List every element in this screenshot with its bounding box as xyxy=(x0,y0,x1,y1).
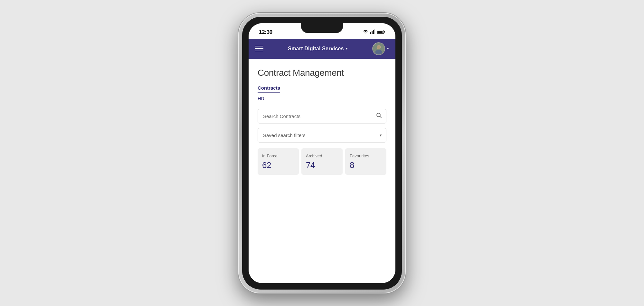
search-input[interactable] xyxy=(258,109,386,123)
svg-line-12 xyxy=(380,116,382,118)
stat-value-in-force: 62 xyxy=(262,160,294,170)
stat-value-favourites: 8 xyxy=(350,160,382,170)
svg-point-9 xyxy=(375,50,382,54)
phone-bezel: 12:30 xyxy=(242,17,402,290)
nav-title: Smart Digital Services xyxy=(288,46,344,52)
svg-rect-3 xyxy=(374,29,375,34)
svg-rect-5 xyxy=(377,31,383,33)
sub-filter-hr[interactable]: HR xyxy=(258,96,386,101)
search-container xyxy=(258,109,386,123)
avatar-dropdown-arrow-icon: ▾ xyxy=(387,46,389,51)
nav-dropdown-arrow-icon: ▾ xyxy=(346,46,348,51)
hamburger-line-1 xyxy=(255,46,263,47)
battery-icon xyxy=(377,29,385,35)
avatar[interactable] xyxy=(372,42,385,55)
filters-container: Saved search filters ▾ xyxy=(258,128,386,143)
status-time: 12:30 xyxy=(259,29,272,35)
stat-label-in-force: In Force xyxy=(262,153,294,158)
stat-value-archived: 74 xyxy=(306,160,338,170)
saved-filters-select[interactable]: Saved search filters xyxy=(258,128,386,143)
stat-card-archived[interactable]: Archived 74 xyxy=(301,148,343,175)
nav-right: ▾ xyxy=(372,42,389,55)
phone-shell: 12:30 xyxy=(238,13,406,293)
search-icon xyxy=(376,113,382,120)
phone-wrapper: 12:30 xyxy=(238,13,406,293)
svg-rect-0 xyxy=(370,32,371,34)
tabs: Contracts xyxy=(258,85,386,93)
nav-center[interactable]: Smart Digital Services ▾ xyxy=(288,46,347,52)
stat-card-favourites[interactable]: Favourites 8 xyxy=(345,148,386,175)
wifi-icon xyxy=(363,29,368,35)
stats-grid: In Force 62 Archived 74 Favourites 8 xyxy=(258,148,386,175)
notch xyxy=(301,23,343,33)
status-icons xyxy=(363,29,385,35)
svg-rect-2 xyxy=(373,30,374,34)
phone-screen: 12:30 xyxy=(249,23,395,283)
stat-label-archived: Archived xyxy=(306,153,338,158)
page-title: Contract Management xyxy=(258,68,386,78)
signal-icon xyxy=(370,29,375,35)
svg-rect-1 xyxy=(372,31,373,34)
svg-point-10 xyxy=(377,45,381,49)
stat-label-favourites: Favourites xyxy=(350,153,382,158)
svg-rect-6 xyxy=(384,31,385,33)
hamburger-line-2 xyxy=(255,48,263,49)
main-content: Contract Management Contracts HR xyxy=(249,59,395,283)
tab-contracts[interactable]: Contracts xyxy=(258,85,280,93)
nav-bar: Smart Digital Services ▾ ▾ xyxy=(249,39,395,59)
hamburger-line-3 xyxy=(255,51,263,52)
stat-card-in-force[interactable]: In Force 62 xyxy=(258,148,299,175)
hamburger-menu[interactable] xyxy=(255,46,263,52)
